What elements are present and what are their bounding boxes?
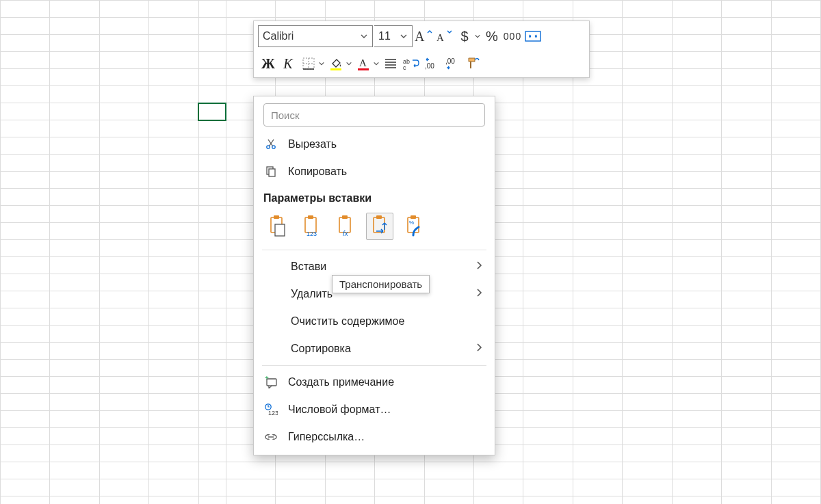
separator — [262, 365, 486, 366]
svg-rect-34 — [410, 215, 416, 219]
scissors-icon — [263, 138, 278, 150]
decrease-decimal-icon[interactable]: ,00 — [443, 53, 462, 75]
chevron-down-icon — [360, 32, 368, 40]
svg-text:,00: ,00 — [425, 62, 434, 70]
italic-button[interactable]: К — [278, 53, 298, 75]
fill-color-icon — [326, 53, 346, 75]
menu-clear-contents[interactable]: Очистить содержимое — [254, 308, 495, 335]
menu-label: Вырезать — [288, 138, 337, 150]
merge-cells-icon[interactable] — [523, 25, 543, 47]
increase-decimal-icon[interactable]: ,00 — [422, 53, 441, 75]
comment-icon: + — [263, 376, 278, 388]
font-color-button[interactable]: A — [354, 53, 380, 75]
number-format-icon: 123 — [263, 403, 278, 416]
mini-toolbar: Calibri 11 A A $ % 000 Ж К — [253, 21, 590, 78]
tooltip-transpose: Транспонировать — [332, 275, 430, 293]
chevron-down-icon — [318, 60, 325, 67]
menu-new-comment[interactable]: + Создать примечание — [254, 369, 495, 396]
chevron-right-icon — [475, 261, 482, 273]
menu-hyperlink[interactable]: Гиперссылка… — [254, 423, 495, 451]
menu-sort[interactable]: Сортировка — [254, 335, 495, 362]
chevron-down-icon — [400, 32, 408, 40]
svg-rect-21 — [269, 169, 275, 176]
chevron-down-icon — [373, 60, 380, 67]
svg-rect-7 — [330, 68, 341, 70]
chevron-down-icon — [474, 33, 481, 40]
separator — [262, 250, 486, 250]
menu-label: Встави — [263, 261, 326, 273]
search-placeholder: Поиск — [271, 109, 300, 121]
paste-formulas-icon[interactable]: fx — [332, 213, 359, 240]
svg-text:c: c — [403, 64, 406, 70]
svg-text:123: 123 — [268, 410, 278, 416]
paste-values-icon[interactable]: 123 — [298, 213, 325, 240]
decrease-font-icon[interactable]: A — [434, 25, 454, 47]
paste-default-icon[interactable] — [263, 213, 291, 240]
svg-rect-24 — [275, 224, 285, 236]
borders-button[interactable] — [299, 53, 325, 75]
svg-text:123: 123 — [307, 230, 317, 237]
svg-text:,00: ,00 — [445, 57, 455, 65]
svg-rect-23 — [274, 215, 279, 219]
dollar-icon: $ — [455, 25, 474, 47]
svg-rect-26 — [308, 215, 313, 219]
tooltip-text: Транспонировать — [339, 278, 422, 290]
svg-text:+: + — [265, 376, 269, 382]
svg-rect-29 — [342, 215, 348, 219]
menu-label: Создать примечание — [288, 376, 394, 388]
menu-copy[interactable]: Копировать — [254, 158, 495, 185]
menu-label: Удалить — [263, 288, 333, 300]
font-size-value: 11 — [378, 30, 391, 42]
menu-label: Числовой формат… — [288, 403, 391, 416]
svg-text:%: % — [409, 220, 414, 226]
paste-options-header: Параметры вставки — [254, 185, 495, 210]
chevron-right-icon — [475, 343, 482, 355]
link-icon — [263, 432, 278, 442]
font-color-icon: A — [354, 53, 373, 75]
format-painter-icon[interactable] — [463, 53, 482, 75]
paste-options-row: 123 fx % — [254, 210, 495, 247]
paste-transpose-icon[interactable] — [366, 213, 393, 240]
increase-font-icon[interactable]: A — [414, 25, 433, 47]
currency-format-button[interactable]: $ — [455, 25, 481, 47]
svg-text:A: A — [415, 29, 425, 44]
borders-icon — [299, 53, 318, 75]
menu-number-format[interactable]: 123 Числовой формат… — [254, 396, 495, 423]
font-name-value: Calibri — [263, 30, 294, 42]
align-button[interactable] — [381, 53, 400, 75]
svg-rect-2 — [525, 31, 540, 41]
menu-label: Сортировка — [263, 343, 351, 355]
svg-text:A: A — [359, 57, 367, 68]
svg-rect-32 — [376, 215, 382, 219]
search-input[interactable]: Поиск — [263, 103, 485, 127]
svg-text:fx: fx — [343, 230, 349, 237]
menu-label: Гиперссылка… — [288, 431, 365, 443]
copy-icon — [263, 165, 278, 178]
bold-button[interactable]: Ж — [258, 53, 277, 75]
chevron-down-icon — [346, 60, 352, 67]
svg-rect-9 — [358, 68, 369, 70]
font-size-combo[interactable]: 11 — [374, 25, 413, 47]
chevron-right-icon — [475, 288, 482, 300]
font-name-combo[interactable]: Calibri — [258, 25, 373, 47]
paste-formatting-icon[interactable]: % — [400, 213, 428, 240]
menu-label: Копировать — [288, 165, 347, 178]
fill-color-button[interactable] — [326, 53, 352, 75]
percent-format-icon[interactable]: % — [482, 25, 501, 47]
wrap-text-icon[interactable]: abc — [402, 53, 421, 75]
menu-label: Очистить содержимое — [263, 315, 404, 328]
svg-text:A: A — [436, 32, 444, 43]
thousands-format-icon[interactable]: 000 — [503, 25, 522, 47]
menu-cut[interactable]: Вырезать — [254, 131, 495, 158]
